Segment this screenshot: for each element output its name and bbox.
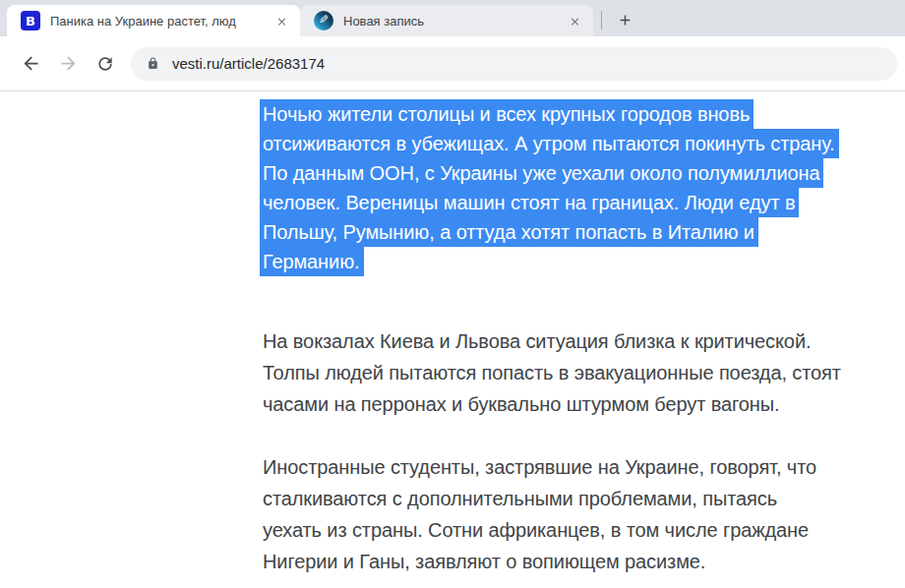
reload-button[interactable] xyxy=(87,45,124,83)
paragraph-students: Иностранные студенты, застрявшие на Укра… xyxy=(260,451,894,577)
tab-title: Новая запись xyxy=(343,14,566,29)
selected-text-line: Ночью жители столицы и всех крупных горо… xyxy=(260,99,754,129)
tab-vesti-article[interactable]: В Паника на Украине растет, люд xyxy=(7,5,300,36)
text-line: уехать из страны. Сотни африканцев, в то… xyxy=(260,514,894,546)
article-body: Ночью жители столицы и всех крупных горо… xyxy=(260,99,894,577)
close-tab-icon[interactable] xyxy=(566,12,583,29)
selected-text-line: человек. Вереницы машин стоят на граница… xyxy=(260,188,799,217)
tab-strip: В Паника на Украине растет, люд ✎ Новая … xyxy=(0,0,905,36)
pencil-icon: ✎ xyxy=(319,14,329,26)
vesti-favicon: В xyxy=(21,11,40,30)
back-button[interactable] xyxy=(12,45,49,83)
tab-separator xyxy=(601,11,602,29)
selected-paragraph[interactable]: Ночью жители столицы и всех крупных горо… xyxy=(260,99,894,276)
page-content: Ночью жители столицы и всех крупных горо… xyxy=(0,91,905,587)
new-tab-button[interactable] xyxy=(611,6,638,33)
selected-text-line: Польшу, Румынию, а оттуда хотят попасть … xyxy=(260,217,758,247)
tab-livejournal-new-post[interactable]: ✎ Новая запись xyxy=(300,5,593,36)
text-line: часами на перронах и буквально штурмом б… xyxy=(260,388,894,420)
close-tab-icon[interactable] xyxy=(272,12,290,29)
text-line: Нигерии и Ганы, заявляют о вопиющем раси… xyxy=(260,546,894,577)
text-line: На вокзалах Киева и Львова ситуация близ… xyxy=(260,325,894,357)
paragraph-stations: На вокзалах Киева и Львова ситуация близ… xyxy=(260,325,894,420)
url-text: vesti.ru/article/2683174 xyxy=(172,55,325,72)
vesti-favicon-letter: В xyxy=(26,15,35,28)
forward-button[interactable] xyxy=(49,45,87,83)
livejournal-favicon: ✎ xyxy=(314,11,333,30)
browser-window: В Паника на Украине растет, люд ✎ Новая … xyxy=(0,0,905,587)
selected-text-line: По данным ООН, с Украины уже уехали окол… xyxy=(260,158,823,188)
text-line: Толпы людей пытаются попасть в эвакуацио… xyxy=(260,357,894,388)
text-line: сталкиваются с дополнительными проблемам… xyxy=(260,483,894,514)
address-bar[interactable]: vesti.ru/article/2683174 xyxy=(131,47,897,81)
selected-text-line: отсиживаются в убежищах. А утром пытаютс… xyxy=(260,129,839,158)
text-line: Иностранные студенты, застрявшие на Укра… xyxy=(260,451,894,483)
lock-icon[interactable] xyxy=(147,57,159,70)
tab-title: Паника на Украине растет, люд xyxy=(50,14,272,29)
browser-toolbar: vesti.ru/article/2683174 xyxy=(0,36,905,91)
selected-text-line: Германию. xyxy=(260,247,364,276)
